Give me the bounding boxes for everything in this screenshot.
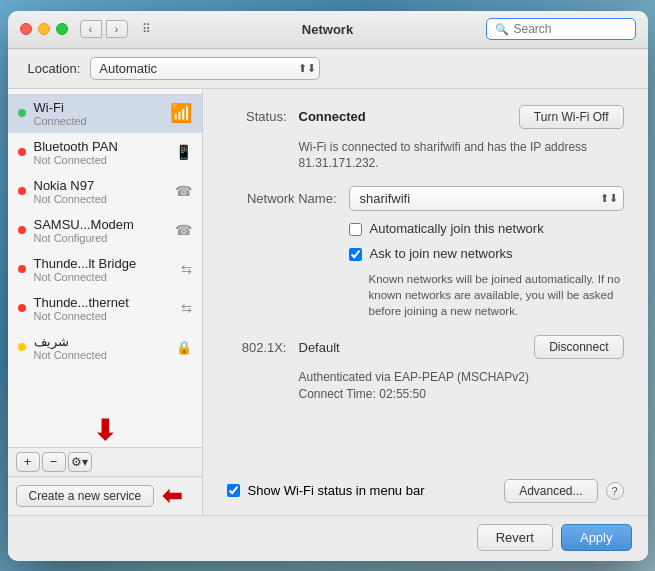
- sharif-status: Not Connected: [34, 349, 171, 361]
- network-name-select[interactable]: sharifwifi: [349, 186, 624, 211]
- search-icon: 🔍: [495, 23, 509, 36]
- grid-button[interactable]: ⠿: [136, 20, 158, 38]
- new-service-area: Create a new service ⬅: [8, 476, 202, 515]
- search-input[interactable]: [514, 22, 627, 36]
- down-arrow-area: ⬇: [8, 410, 202, 447]
- maximize-button[interactable]: [56, 23, 68, 35]
- location-select[interactable]: Automatic: [90, 57, 320, 80]
- nokia-status: Not Connected: [34, 193, 170, 205]
- turn-wifi-off-button[interactable]: Turn Wi-Fi Off: [519, 105, 624, 129]
- sidebar-item-bluetooth[interactable]: Bluetooth PAN Not Connected 📱: [8, 133, 202, 172]
- search-box[interactable]: 🔍: [486, 18, 636, 40]
- sidebar-item-tb1[interactable]: Thunde...lt Bridge Not Connected ⇆: [8, 250, 202, 289]
- status-label: Status:: [227, 109, 287, 124]
- wifi-icon: 📶: [170, 102, 192, 124]
- tb2-item-text: Thunde...thernet Not Connected: [34, 295, 176, 322]
- bluetooth-item-text: Bluetooth PAN Not Connected: [34, 139, 170, 166]
- tb1-name: Thunde...lt Bridge: [34, 256, 176, 271]
- ask-join-description: Known networks will be joined automatica…: [369, 271, 624, 319]
- ask-join-row: Ask to join new networks: [349, 246, 624, 261]
- nokia-name: Nokia N97: [34, 178, 170, 193]
- network-name-label: Network Name:: [227, 191, 337, 206]
- tb2-status: Not Connected: [34, 310, 176, 322]
- auto-join-row: Automatically join this network: [349, 221, 624, 236]
- remove-service-button[interactable]: −: [42, 452, 66, 472]
- tb1-status: Not Connected: [34, 271, 176, 283]
- sidebar-list: Wi-Fi Connected 📶 Bluetooth PAN Not Conn…: [8, 89, 202, 410]
- auto-join-checkbox[interactable]: [349, 223, 362, 236]
- samsung-name: SAMSU...Modem: [34, 217, 170, 232]
- ask-join-label[interactable]: Ask to join new networks: [370, 246, 513, 261]
- close-button[interactable]: [20, 23, 32, 35]
- forward-button[interactable]: ›: [106, 20, 128, 38]
- ask-join-checkbox[interactable]: [349, 248, 362, 261]
- status-dot-red-3: [18, 226, 26, 234]
- status-dot-yellow: [18, 343, 26, 351]
- bottom-row: Show Wi-Fi status in menu bar Advanced..…: [227, 471, 624, 503]
- auto-join-label[interactable]: Automatically join this network: [370, 221, 544, 236]
- sidebar-item-samsung[interactable]: SAMSU...Modem Not Configured ☎: [8, 211, 202, 250]
- apply-button[interactable]: Apply: [561, 524, 632, 551]
- wifi-item-text: Wi-Fi Connected: [34, 100, 165, 127]
- network-name-select-wrapper: sharifwifi ⬆⬇: [349, 186, 624, 211]
- samsung-status: Not Configured: [34, 232, 170, 244]
- bridge-icon-1: ⇆: [181, 262, 192, 277]
- footer-buttons: Revert Apply: [8, 515, 648, 561]
- nokia-item-text: Nokia N97 Not Connected: [34, 178, 170, 205]
- wifi-name: Wi-Fi: [34, 100, 165, 115]
- minimize-button[interactable]: [38, 23, 50, 35]
- status-value: Connected: [299, 109, 366, 124]
- help-button[interactable]: ?: [606, 482, 624, 500]
- status-dot-red-2: [18, 187, 26, 195]
- location-select-wrapper: Automatic ⬆⬇: [90, 57, 320, 80]
- dot8021x-row: 802.1X: Default Disconnect: [227, 335, 624, 359]
- revert-button[interactable]: Revert: [477, 524, 553, 551]
- right-arrow-icon: ⬅: [162, 482, 182, 510]
- down-arrow-icon: ⬇: [93, 414, 116, 447]
- dot8021x-label: 802.1X:: [227, 340, 287, 355]
- traffic-lights: [20, 23, 68, 35]
- phone-icon: ☎: [175, 183, 192, 199]
- bluetooth-icon: 📱: [175, 144, 192, 160]
- status-description: Wi-Fi is connected to sharifwifi and has…: [299, 139, 624, 173]
- gear-icon: ⚙: [71, 455, 82, 469]
- sidebar-item-sharif[interactable]: شریف Not Connected 🔒: [8, 328, 202, 367]
- disconnect-button[interactable]: Disconnect: [534, 335, 623, 359]
- sidebar: Wi-Fi Connected 📶 Bluetooth PAN Not Conn…: [8, 89, 203, 515]
- sharif-item-text: شریف Not Connected: [34, 334, 171, 361]
- network-name-row: Network Name: sharifwifi ⬆⬇: [227, 186, 624, 211]
- titlebar: ‹ › ⠿ Network 🔍: [8, 11, 648, 49]
- lock-icon: 🔒: [176, 340, 192, 355]
- status-dot-red: [18, 148, 26, 156]
- status-dot-red-5: [18, 304, 26, 312]
- sidebar-item-nokia[interactable]: Nokia N97 Not Connected ☎: [8, 172, 202, 211]
- window-title: Network: [302, 22, 353, 37]
- bluetooth-name: Bluetooth PAN: [34, 139, 170, 154]
- network-window: ‹ › ⠿ Network 🔍 Location: Automatic ⬆⬇: [8, 11, 648, 561]
- tb2-name: Thunde...thernet: [34, 295, 176, 310]
- gear-arrow-icon: ▾: [82, 455, 88, 469]
- sidebar-item-tb2[interactable]: Thunde...thernet Not Connected ⇆: [8, 289, 202, 328]
- dot8021x-description: Authenticated via EAP-PEAP (MSCHAPv2) Co…: [299, 369, 624, 403]
- status-row: Status: Connected Turn Wi-Fi Off: [227, 105, 624, 129]
- gear-button[interactable]: ⚙▾: [68, 452, 92, 472]
- sidebar-item-wifi[interactable]: Wi-Fi Connected 📶: [8, 94, 202, 133]
- samsung-item-text: SAMSU...Modem Not Configured: [34, 217, 170, 244]
- new-service-button[interactable]: Create a new service: [16, 485, 155, 507]
- dot8021x-value: Default: [299, 340, 340, 355]
- show-wifi-menubar-row: Show Wi-Fi status in menu bar: [227, 483, 425, 498]
- main-content: Wi-Fi Connected 📶 Bluetooth PAN Not Conn…: [8, 89, 648, 515]
- status-dot-green: [18, 109, 26, 117]
- back-button[interactable]: ‹: [80, 20, 102, 38]
- nav-buttons: ‹ ›: [80, 20, 128, 38]
- show-wifi-label[interactable]: Show Wi-Fi status in menu bar: [248, 483, 425, 498]
- tb1-item-text: Thunde...lt Bridge Not Connected: [34, 256, 176, 283]
- detail-pane: Status: Connected Turn Wi-Fi Off Wi-Fi i…: [203, 89, 648, 515]
- status-dot-red-4: [18, 265, 26, 273]
- bridge-icon-2: ⇆: [181, 301, 192, 316]
- sharif-name: شریف: [34, 334, 171, 349]
- location-label: Location:: [28, 61, 81, 76]
- show-wifi-checkbox[interactable]: [227, 484, 240, 497]
- add-service-button[interactable]: +: [16, 452, 40, 472]
- advanced-button[interactable]: Advanced...: [504, 479, 597, 503]
